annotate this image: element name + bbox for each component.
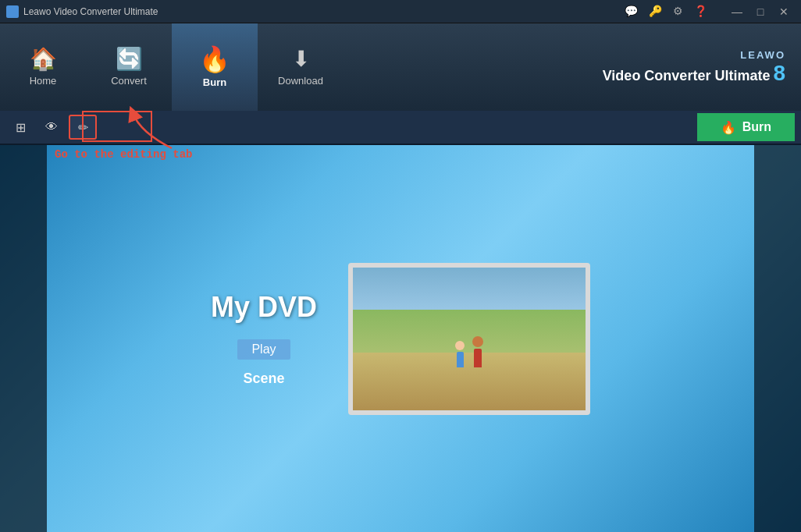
help-icon[interactable]: ❓ [694,5,707,17]
figures [455,336,483,367]
home-icon: 🏠 [30,48,57,70]
video-thumbnail [353,268,586,410]
dvd-scene-button[interactable]: Scene [211,371,317,387]
settings-icon[interactable]: ⚙ [673,5,683,17]
burn-button-label: Burn [742,120,771,134]
main-content: My DVD Play Scene [0,145,801,532]
edit-tab-button[interactable]: ✏ [69,115,97,140]
brand-area: LEAWO Video Converter Ultimate 8 [603,23,801,111]
convert-icon: 🔄 [116,48,143,70]
dvd-play-button[interactable]: Play [237,339,290,360]
figure-2 [472,336,483,367]
app-title: Leawo Video Converter Ultimate [23,6,158,17]
key-icon[interactable]: 🔑 [649,5,662,17]
header-nav: 🏠 Home 🔄 Convert 🔥 Burn ⬇ Download LEAWO… [0,23,801,111]
brand-product-line: Video Converter Ultimate 8 [603,61,785,86]
grid-icon: ⊞ [16,120,26,135]
brand-version-number: 8 [773,61,785,86]
preview-button[interactable]: 👁 [37,115,66,140]
window-controls[interactable]: — □ ✕ [726,4,795,20]
download-icon: ⬇ [292,48,310,70]
title-bar-left: Leawo Video Converter Ultimate [6,5,158,18]
nav-item-convert[interactable]: 🔄 Convert [86,23,172,111]
grid-view-button[interactable]: ⊞ [6,115,34,140]
burn-button-icon: 🔥 [721,120,736,135]
nav-item-download[interactable]: ⬇ Download [258,23,344,111]
right-panel [754,145,801,532]
video-preview [348,263,590,415]
figure-1 [455,341,465,367]
pencil-icon: ✏ [78,120,88,135]
nav-convert-label: Convert [111,75,147,87]
nav-download-label: Download [278,75,323,87]
title-bar: Leawo Video Converter Ultimate 💬 🔑 ⚙ ❓ —… [0,0,801,23]
header-system-icons: 💬 🔑 ⚙ ❓ [625,5,707,17]
brand-text: LEAWO Video Converter Ultimate 8 [603,49,785,86]
dvd-menu: My DVD Play Scene [211,263,590,415]
nav-item-home[interactable]: 🏠 Home [0,23,86,111]
burn-button[interactable]: 🔥 Burn [697,113,795,141]
brand-product-name: Video Converter Ultimate [603,68,771,84]
chat-icon[interactable]: 💬 [625,5,638,17]
maximize-button[interactable]: □ [749,4,771,20]
brand-leawo: LEAWO [603,49,785,61]
left-panel [0,145,47,532]
eye-icon: 👁 [45,120,58,134]
nav-home-label: Home [30,75,57,87]
nav-item-burn[interactable]: 🔥 Burn [172,23,258,111]
burn-icon: 🔥 [199,47,230,72]
close-button[interactable]: ✕ [773,4,795,20]
app-logo-icon [6,5,19,18]
dvd-title: My DVD [211,291,317,324]
annotation-text: Go to the editing tab [55,148,192,161]
toolbar: ⊞ 👁 ✏ 🔥 Burn [0,111,801,145]
minimize-button[interactable]: — [726,4,748,20]
dvd-title-area: My DVD Play Scene [211,291,317,387]
nav-burn-label: Burn [203,76,226,88]
